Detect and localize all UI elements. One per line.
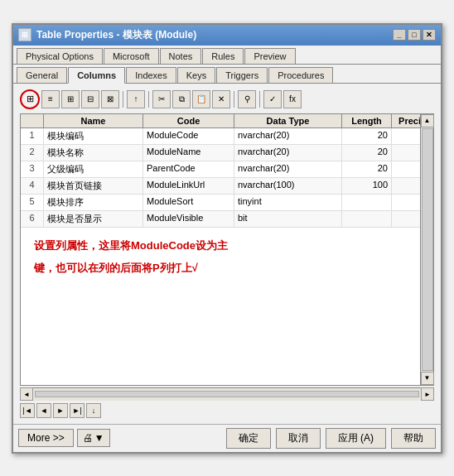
formula-button[interactable]: fx	[283, 90, 302, 108]
search-button[interactable]: ⚲	[238, 90, 256, 108]
row-length: 20	[342, 161, 392, 177]
cut-button[interactable]: ✂	[152, 90, 171, 108]
col-header-length: Length	[342, 114, 392, 127]
scroll-right-button[interactable]: ►	[421, 387, 434, 401]
scroll-track[interactable]	[422, 128, 433, 371]
empty-row	[21, 363, 420, 379]
empty-row	[21, 280, 420, 296]
print-dropdown-icon: ▼	[94, 432, 104, 444]
title-controls: _ □ ✕	[393, 29, 436, 41]
col-header-precision: Precisio	[392, 114, 420, 127]
table-row[interactable]: 4 模块首页链接 ModuleLinkUrl nvarchar(100) 100	[21, 178, 420, 195]
row-code: ModuleVisible	[143, 211, 234, 227]
row-datatype: nvarchar(20)	[234, 128, 342, 144]
list-view-button[interactable]: ≡	[41, 90, 60, 108]
help-button[interactable]: 帮助	[391, 428, 436, 449]
more-button[interactable]: More >>	[18, 429, 74, 447]
row-name: 父级编码	[44, 161, 143, 177]
row-name: 模块首页链接	[44, 178, 143, 194]
table-row[interactable]: 2 模块名称 ModuleName nvarchar(20) 20	[21, 145, 420, 161]
annotation-container: 设置列属性，这里将ModuleCode设为主 键，也可以在列的后面将P列打上√	[21, 228, 420, 280]
row-code: ModuleName	[143, 145, 234, 161]
cancel-button[interactable]: 取消	[276, 428, 321, 449]
col-header-datatype: Data Type	[234, 114, 342, 127]
row-code: ModuleLinkUrl	[143, 178, 234, 194]
row-datatype: nvarchar(100)	[234, 178, 342, 194]
row-code: ModuleSort	[143, 195, 234, 210]
empty-row	[21, 296, 420, 313]
h-scroll-track[interactable]	[35, 391, 419, 397]
tab-preview[interactable]: Preview	[244, 48, 295, 64]
row-num: 4	[21, 178, 44, 194]
scroll-up-button[interactable]: ▲	[421, 114, 434, 127]
scroll-down-button[interactable]: ▼	[421, 372, 434, 385]
print-button[interactable]: 🖨 ▼	[77, 429, 110, 447]
ok-button[interactable]: 确定	[226, 428, 271, 449]
empty-row	[21, 329, 420, 346]
main-window: ⊞ Table Properties - 模块表 (Module) _ □ ✕ …	[12, 23, 442, 454]
row-length: 20	[342, 128, 392, 144]
title-bar: ⊞ Table Properties - 模块表 (Module) _ □ ✕	[13, 25, 441, 46]
nav-last-button[interactable]: ►|	[70, 403, 85, 418]
grid-view-button[interactable]: ⊞	[61, 90, 80, 108]
print-icon: 🖨	[83, 432, 93, 444]
tab-microsoft[interactable]: Microsoft	[104, 48, 159, 64]
close-button[interactable]: ✕	[423, 29, 436, 41]
separator-2	[148, 91, 149, 108]
maximize-button[interactable]: □	[408, 29, 421, 41]
nav-prev-button[interactable]: ◄	[36, 403, 51, 418]
row-precision	[392, 145, 420, 161]
tab-notes[interactable]: Notes	[160, 48, 202, 64]
row-code: ParentCode	[143, 161, 234, 177]
add-button[interactable]: ↑	[127, 90, 145, 108]
row-precision	[392, 211, 420, 227]
scroll-left-button[interactable]: ◄	[20, 387, 33, 401]
tab-triggers[interactable]: Triggers	[216, 67, 268, 83]
grid-body: 1 模块编码 ModuleCode nvarchar(20) 20 2 模块名称…	[21, 128, 420, 385]
tab-general[interactable]: General	[17, 67, 67, 83]
row-code: ModuleCode	[143, 128, 234, 144]
tab-indexes[interactable]: Indexes	[126, 67, 176, 83]
row-length: 20	[342, 145, 392, 161]
properties-button[interactable]: ⊞	[20, 89, 40, 109]
tab-physical-options[interactable]: Physical Options	[17, 48, 103, 64]
delete-button[interactable]: ✕	[212, 90, 230, 108]
separator-3	[234, 91, 234, 108]
empty-row	[21, 313, 420, 329]
minimize-button[interactable]: _	[393, 29, 406, 41]
content-area: ⊞ ≡ ⊞ ⊟ ⊠ ↑ ✂ ⧉ 📋 ✕ ⚲ ✓ fx Name	[13, 84, 441, 424]
tab-row-1: Physical Options Microsoft Notes Rules P…	[13, 46, 441, 65]
grid-col-button[interactable]: ⊟	[81, 90, 99, 108]
row-num: 2	[21, 145, 44, 161]
tab-rules[interactable]: Rules	[202, 48, 244, 64]
tab-procedures[interactable]: Procedures	[268, 67, 333, 83]
tab-keys[interactable]: Keys	[177, 67, 215, 83]
paste-button[interactable]: 📋	[192, 90, 210, 108]
row-name: 模块排序	[44, 195, 143, 210]
bottom-bar: More >> 🖨 ▼ 确定 取消 应用 (A) 帮助	[13, 424, 441, 452]
grid-header: Name Code Data Type Length Precisio	[21, 114, 420, 128]
nav-down-button[interactable]: ↓	[86, 403, 101, 418]
table-row[interactable]: 1 模块编码 ModuleCode nvarchar(20) 20	[21, 128, 420, 145]
row-datatype: bit	[234, 211, 342, 227]
col-header-name: Name	[44, 114, 143, 127]
row-length: 100	[342, 178, 392, 194]
table-row[interactable]: 3 父级编码 ParentCode nvarchar(20) 20	[21, 161, 420, 178]
tab-columns[interactable]: Columns	[68, 67, 125, 84]
apply-button[interactable]: 应用 (A)	[326, 428, 386, 449]
row-datatype: tinyint	[234, 195, 342, 210]
tab-row-2: General Columns Indexes Keys Triggers Pr…	[13, 65, 441, 84]
check-button[interactable]: ✓	[263, 90, 282, 108]
empty-row	[21, 379, 420, 385]
table-row[interactable]: 5 模块排序 ModuleSort tinyint	[21, 195, 420, 211]
grid-row-button[interactable]: ⊠	[101, 90, 119, 108]
table-row[interactable]: 6 模块是否显示 ModuleVisible bit	[21, 211, 420, 228]
nav-first-button[interactable]: |◄	[20, 403, 35, 418]
annotation-line2: 键，也可以在列的后面将P列打上√	[27, 255, 413, 278]
row-precision	[392, 195, 420, 210]
annotation-line1: 设置列属性，这里将ModuleCode设为主	[27, 233, 413, 256]
copy-button[interactable]: ⧉	[172, 90, 191, 108]
nav-next-button[interactable]: ►	[53, 403, 68, 418]
col-header-num	[21, 114, 44, 127]
row-name: 模块编码	[44, 128, 143, 144]
